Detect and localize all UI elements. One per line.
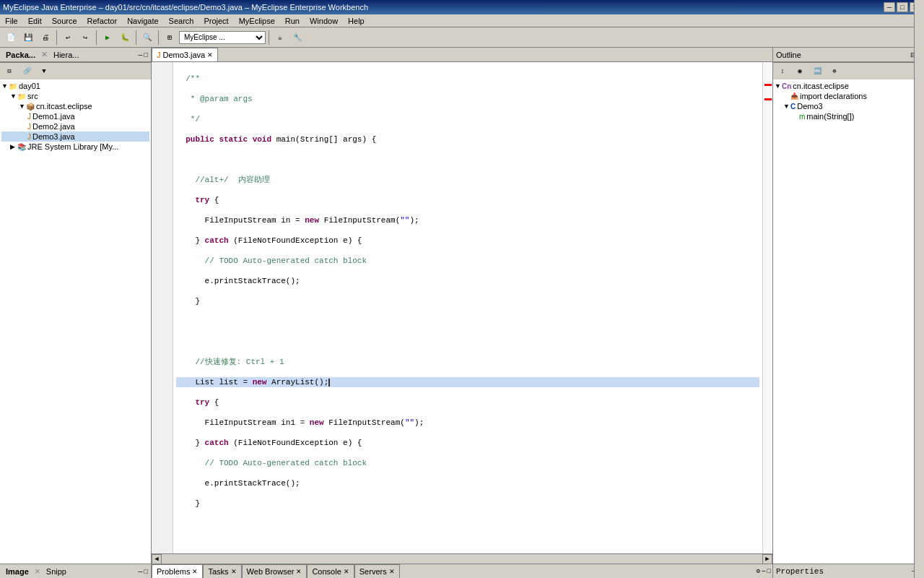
tree-item-day01[interactable]: ▼ 📁 day01	[1, 81, 149, 91]
menu-edit[interactable]: Edit	[26, 16, 44, 26]
toolbar-separator-5	[269, 30, 269, 45]
outline-main[interactable]: m main(String[])	[775, 111, 923, 121]
minimize-panel-button[interactable]: ─	[138, 51, 142, 59]
outline-label: cn.itcast.eclipse	[793, 82, 849, 90]
problems-tab-close[interactable]: ✕	[192, 568, 198, 575]
tab-close-button[interactable]: ✕	[207, 51, 213, 59]
tree-item-package[interactable]: ▼ 📦 cn.itcast.eclipse	[1, 101, 149, 111]
tree-item-demo3[interactable]: J Demo3.java	[1, 131, 149, 142]
menu-run[interactable]: Run	[283, 16, 302, 26]
src-icon: 📁	[17, 92, 26, 100]
hierarchy-tab[interactable]: Hiera...	[51, 51, 82, 59]
tree-item-demo2[interactable]: J Demo2.java	[1, 121, 149, 131]
bottom-tab-bar: Problems ✕ Tasks ✕ Web Browser ✕ Console…	[152, 564, 772, 578]
editor-horizontal-scrollbar[interactable]: ◀ ▶	[152, 553, 772, 564]
outline-btn2[interactable]: ◉	[792, 64, 808, 79]
menu-file[interactable]: File	[3, 16, 20, 26]
bottom-maximize-btn[interactable]: □	[767, 568, 771, 575]
perspective-selector[interactable]: MyEclipse ...	[179, 31, 266, 44]
tree-item-jre[interactable]: ▶ 📚 JRE System Library [My...	[1, 142, 149, 152]
file-icon: J	[157, 51, 161, 59]
new-button[interactable]: 📄	[3, 30, 19, 46]
link-editor-button[interactable]: 🔗	[19, 64, 35, 79]
maximize-button[interactable]: □	[897, 2, 908, 12]
outline-label: main(String[])	[806, 112, 854, 121]
bottom-area: Image ✕ Snipp ─ □ ↩ 💾 🔍 🔍+ 100 ⊡ ▼	[0, 564, 924, 578]
menu-refactor[interactable]: Refactor	[85, 16, 120, 26]
package-explorer-tree: ▼ 📁 day01 ▼ 📁 src ▼ 📦 cn.itcast.eclipse …	[0, 79, 151, 564]
search-button[interactable]: 🔍	[139, 30, 155, 46]
webbrowser-tab-close[interactable]: ✕	[296, 568, 302, 575]
scroll-right-button[interactable]: ▶	[762, 554, 772, 564]
tree-item-src[interactable]: ▼ 📁 src	[1, 91, 149, 101]
menu-window[interactable]: Window	[308, 16, 340, 26]
print-button[interactable]: 🖨	[38, 30, 53, 46]
library-icon: 📚	[17, 143, 26, 151]
image-panel-controls: ─ □	[138, 568, 148, 575]
snipp-tab[interactable]: Snipp	[43, 567, 69, 576]
toolbar-separator-1	[56, 30, 57, 45]
outline-btn1[interactable]: ↕	[775, 64, 790, 79]
menu-project[interactable]: Project	[201, 16, 230, 26]
bottom-minimize-btn[interactable]: ─	[762, 568, 765, 575]
tree-item-demo1[interactable]: J Demo1.java	[1, 111, 149, 121]
image-maximize-btn[interactable]: □	[144, 568, 148, 575]
open-perspective[interactable]: ⊞	[162, 30, 178, 46]
tasks-tab-close[interactable]: ✕	[231, 568, 237, 575]
minimize-button[interactable]: ─	[884, 2, 895, 12]
menu-help[interactable]: Help	[346, 16, 367, 26]
properties-titlebar: Properties ─ □	[773, 564, 924, 578]
menu-myeclipse[interactable]: MyEclipse	[237, 16, 277, 26]
method-icon: m	[799, 113, 805, 121]
image-minimize-btn[interactable]: ─	[138, 568, 142, 575]
webbrowser-tab[interactable]: Web Browser ✕	[242, 564, 308, 578]
problems-tab[interactable]: Problems ✕	[152, 564, 203, 578]
outline-imports[interactable]: 📥 import declarations	[775, 91, 923, 101]
title-bar: MyEclipse Java Enterprise – day01/src/cn…	[0, 0, 924, 14]
debug-perspective[interactable]: 🔧	[289, 30, 305, 46]
menu-source[interactable]: Source	[50, 16, 79, 26]
toolbar-separator-2	[96, 30, 97, 45]
image-tab[interactable]: Image	[3, 567, 32, 576]
tasks-tab[interactable]: Tasks ✕	[203, 564, 241, 578]
outline-demo3[interactable]: ▼ C Demo3	[775, 101, 923, 111]
collapse-all-button[interactable]: ⊟	[1, 64, 17, 79]
expand-icon: ▼	[1, 82, 9, 90]
expand-icon: ▼	[19, 103, 26, 110]
editor-tab-demo3[interactable]: J Demo3.java ✕	[152, 48, 218, 61]
code-content-area[interactable]: /** * @param args */ public static void …	[173, 62, 762, 553]
outline-btn4[interactable]: ⊕	[827, 64, 842, 79]
main-layout: Packa... ✕ Hiera... ─ □ ⊟ 🔗 ▼ ▼ 📁 day01	[0, 48, 924, 564]
package-icon: 📦	[26, 103, 35, 111]
view-menu-button[interactable]: ▼	[36, 64, 52, 79]
console-tab-close[interactable]: ✕	[344, 568, 349, 575]
outline-cn-itcast[interactable]: ▼ Cn cn.itcast.eclipse	[775, 81, 923, 91]
scroll-left-button[interactable]: ◀	[152, 554, 162, 564]
window-title: MyEclipse Java Enterprise – day01/src/cn…	[3, 3, 368, 12]
bottom-filter-btn[interactable]: ⚙	[757, 567, 760, 575]
package-explorer-tab[interactable]: Packa...	[3, 51, 38, 59]
java-perspective[interactable]: ☕	[272, 30, 288, 46]
outline-titlebar: Outline ⊟ □	[773, 48, 924, 62]
menu-search[interactable]: Search	[167, 16, 196, 26]
debug-button[interactable]: 🐛	[117, 30, 133, 46]
undo-button[interactable]: ↩	[60, 30, 76, 46]
outline-btn3[interactable]: 🔤	[809, 64, 825, 79]
run-button[interactable]: ▶	[100, 30, 116, 46]
tree-label: Demo1.java	[32, 112, 75, 121]
center-area: J Demo3.java ✕	[152, 48, 772, 564]
servers-tab-close[interactable]: ✕	[389, 568, 395, 575]
outline-label: import declarations	[800, 92, 867, 100]
console-tab[interactable]: Console ✕	[307, 564, 354, 578]
redo-button[interactable]: ↪	[77, 30, 93, 46]
right-panel: Outline ⊟ □ ↕ ◉ 🔤 ⊕ ▼ Cn cn.itcast.eclip…	[772, 48, 924, 564]
left-panel-tabs: Packa... ✕ Hiera...	[3, 50, 82, 59]
code-editor[interactable]: /** * @param args */ public static void …	[152, 62, 772, 553]
maximize-panel-button[interactable]: □	[144, 51, 148, 59]
image-vscroll[interactable]	[914, 0, 924, 578]
servers-tab[interactable]: Servers ✕	[354, 564, 400, 578]
toolbar-separator-3	[136, 30, 136, 45]
menu-navigate[interactable]: Navigate	[125, 16, 160, 26]
save-button[interactable]: 💾	[20, 30, 36, 46]
ruler-marker-2	[764, 98, 772, 100]
